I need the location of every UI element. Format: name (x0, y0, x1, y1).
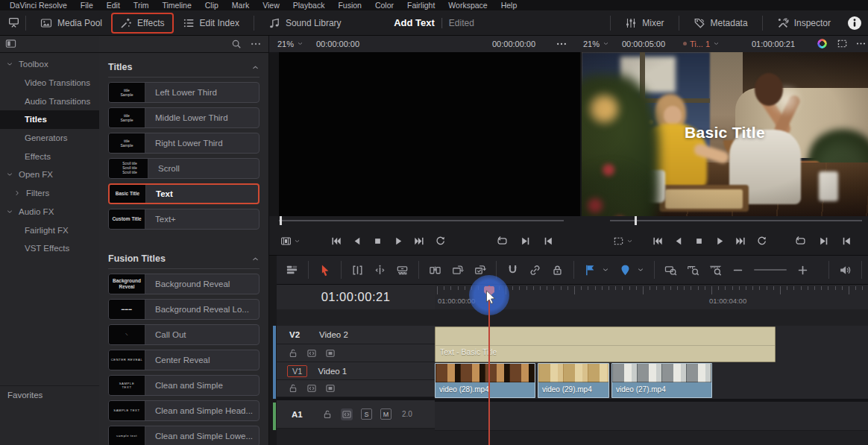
skip-forward-icon[interactable] (414, 236, 425, 247)
chevron-down-icon[interactable] (602, 266, 609, 274)
menu-item-file[interactable]: File (74, 0, 100, 10)
goto-prev-icon[interactable] (841, 236, 852, 247)
track-id-v1[interactable]: V1 (287, 365, 307, 377)
title-preset-right-lower-third[interactable]: title SampleRight Lower Third (108, 133, 260, 154)
skip-back-icon[interactable] (652, 236, 663, 247)
chevup-icon[interactable] (251, 63, 260, 72)
source-scrubber[interactable] (279, 220, 564, 221)
track-id-v2[interactable]: V2 (277, 330, 309, 339)
color-grade-icon[interactable] (817, 35, 827, 52)
title-preset-background-reveal[interactable]: Background RevealBackground Reveal (108, 274, 260, 294)
auto-select-icon[interactable] (306, 383, 317, 394)
play-reverse-icon[interactable] (351, 236, 362, 247)
title-preset-middle-lower-third[interactable]: title SampleMiddle Lower Third (108, 107, 260, 128)
position-lock-icon[interactable] (551, 264, 564, 277)
stop-icon[interactable] (694, 236, 705, 247)
project-manager-icon[interactable] (7, 16, 20, 29)
sidebar-item-favorites[interactable]: Favorites (7, 391, 43, 400)
timeline-scrubber[interactable] (610, 220, 862, 221)
playhead-line[interactable] (488, 285, 490, 445)
menu-item-workspace[interactable]: Workspace (441, 0, 494, 10)
sidebar-item-audio-transitions[interactable]: Audio Transitions (0, 92, 99, 110)
insert-clip-icon[interactable] (429, 264, 441, 277)
select-mode-icon[interactable] (318, 264, 331, 277)
menu-item-mark[interactable]: Mark (225, 0, 256, 10)
sidebar-item-generators[interactable]: Generators (0, 129, 99, 148)
search-icon[interactable] (231, 39, 242, 49)
sidebar-item-open-fx[interactable]: Open FX (0, 165, 99, 184)
play-icon[interactable] (393, 236, 404, 247)
mute-button[interactable]: M (380, 408, 391, 420)
zoom-slider[interactable] (754, 269, 787, 271)
title-preset-text[interactable]: Basic TitleText (108, 183, 260, 204)
sidebar-item-vst-effects[interactable]: VST Effects (0, 239, 99, 258)
timeline-timecode[interactable]: 01:00:00:21 (752, 35, 795, 52)
sidebar-item-fairlight-fx[interactable]: Fairlight FX (0, 221, 99, 239)
sidebar-item-video-transitions[interactable]: Video Transitions (0, 74, 99, 92)
mixer-button[interactable]: Mixer (616, 13, 673, 34)
menu-item-clip[interactable]: Clip (198, 0, 225, 10)
menu-item-timeline[interactable]: Timeline (155, 0, 198, 10)
zoom-detail-icon[interactable] (709, 264, 722, 277)
loop-icon[interactable] (756, 236, 767, 247)
source-duration[interactable]: 00:00:00:00 (316, 35, 359, 52)
timeline-playhead[interactable] (635, 216, 637, 225)
panel-options-icon[interactable] (251, 39, 261, 49)
track-id-a1[interactable]: A1 (277, 410, 311, 419)
source-options-icon[interactable] (556, 35, 567, 52)
menu-item-help[interactable]: Help (494, 0, 524, 10)
viewer-options-icon[interactable] (856, 35, 866, 52)
goto-prev-icon[interactable] (543, 236, 554, 247)
zoom-in-icon[interactable] (796, 264, 809, 277)
timeline-zoom-select[interactable]: 21% (583, 35, 609, 52)
menu-item-edit[interactable]: Edit (100, 0, 127, 10)
media-pool-button[interactable]: Media Pool (31, 13, 111, 34)
source-timecode[interactable]: 00:00:00:00 (492, 35, 535, 52)
clip-video-27-mp4[interactable]: video (27).mp4 (611, 363, 712, 398)
play-icon[interactable] (714, 236, 726, 247)
edit-index-button[interactable]: Edit Index (174, 13, 248, 34)
stop-icon[interactable] (372, 236, 383, 247)
title-preset-clean-and-simple-head[interactable]: SAMPLE TEXTClean and Simple Head... (108, 400, 260, 421)
loop-range-icon[interactable] (795, 236, 806, 247)
track-lane-a1[interactable] (435, 402, 868, 431)
title-preset-background-reveal-lo[interactable]: ▬▬▬Background Reveal Lo... (108, 299, 260, 320)
enable-icon[interactable] (325, 383, 336, 394)
lock-icon[interactable] (322, 409, 333, 420)
lock-icon[interactable] (288, 383, 298, 394)
menu-item-trim[interactable]: Trim (127, 0, 156, 10)
goto-next-icon[interactable] (520, 236, 531, 247)
title-preset-center-reveal[interactable]: CENTER REVEALCenter Reveal (108, 350, 260, 370)
sidebar-item-effects[interactable]: Effects (0, 147, 99, 165)
zoom-custom-icon[interactable] (687, 264, 699, 277)
menu-item-color[interactable]: Color (368, 0, 400, 10)
solo-button[interactable]: S (361, 408, 372, 420)
metadata-button[interactable]: Metadata (685, 13, 757, 34)
clip-text-basic-title[interactable]: Text - Basic Title (435, 326, 776, 362)
effects-button[interactable]: Effects (111, 13, 173, 34)
flag-icon[interactable] (584, 264, 597, 277)
menu-item-playback[interactable]: Playback (286, 0, 332, 10)
title-preset-call-out[interactable]: ⟍Call Out (108, 324, 260, 345)
skip-forward-icon[interactable] (735, 236, 746, 247)
lock-icon[interactable] (288, 348, 298, 359)
transform-overlay-icon[interactable] (837, 35, 848, 52)
source-zoom-select[interactable]: 21% (277, 35, 304, 52)
snapping-icon[interactable] (506, 264, 519, 277)
zoom-full-extent-icon[interactable] (664, 264, 677, 277)
clip-video-28-mp4[interactable]: video (28).mp4 (435, 363, 535, 398)
razor-edit-icon[interactable] (396, 264, 409, 277)
timeline-duration[interactable]: 00:00:05:00 (622, 35, 665, 52)
zoom-out-icon[interactable] (732, 264, 744, 277)
timeline-clip-badge[interactable]: Ti... 1 (683, 35, 720, 52)
source-playhead[interactable] (280, 216, 282, 225)
sound-library-button[interactable]: Sound Library (260, 13, 350, 34)
dynamic-trim-icon[interactable] (374, 264, 386, 277)
collapse-panel-icon[interactable] (5, 38, 16, 49)
info-icon[interactable] (847, 16, 862, 31)
replace-clip-icon[interactable] (474, 264, 486, 277)
sidebar-item-audio-fx[interactable]: Audio FX (0, 203, 99, 221)
source-view-mode[interactable] (280, 236, 301, 247)
menu-item-davinci-resolve[interactable]: DaVinci Resolve (3, 0, 74, 10)
title-preset-clean-and-simple[interactable]: SAMPLE TEXTClean and Simple (108, 375, 260, 396)
